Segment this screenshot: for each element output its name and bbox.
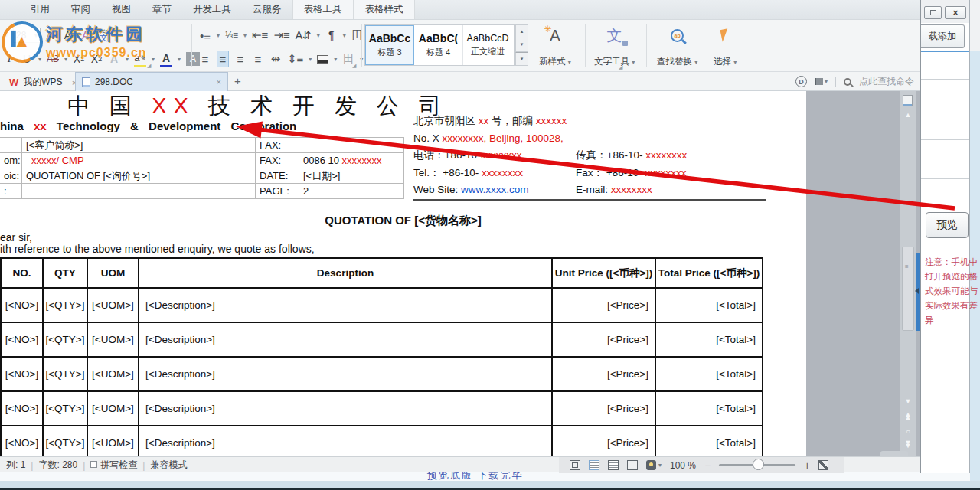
quotation-cell[interactable]: [<NO>] (1, 357, 43, 391)
flag-menu-button[interactable]: ▾ (815, 78, 828, 85)
page-view-icon[interactable] (589, 460, 599, 470)
zoom-slider-knob[interactable] (753, 459, 764, 470)
download-addon-button[interactable]: 载添加 (921, 24, 965, 48)
scroll-down-arrow[interactable]: ▼ (900, 397, 916, 405)
quotation-cell[interactable]: [<Total>] (655, 391, 763, 426)
tab-my-wps[interactable]: W 我的WPS × (3, 74, 83, 91)
font-color-button[interactable]: A (160, 51, 172, 67)
next-page-button[interactable]: ▼▼ (900, 440, 916, 449)
style-scroll-up-button[interactable]: ▴ (515, 24, 528, 38)
highlight-color-button[interactable]: a✎ (134, 51, 146, 67)
text-effects-caret[interactable]: ▾ (126, 56, 129, 63)
quotation-cell[interactable]: [<NO>] (1, 288, 43, 322)
quotation-cell[interactable]: [<QTY>] (43, 288, 87, 322)
quotation-cell[interactable]: [<Description>] (139, 357, 552, 391)
bullets-button[interactable]: •≡ (199, 27, 211, 44)
close-window-button[interactable]: × (945, 6, 966, 19)
font-color-caret[interactable]: ▾ (178, 56, 181, 63)
ribbon-tab-view[interactable]: 视图 (101, 0, 142, 19)
phonetic-caret[interactable]: ▾ (114, 32, 117, 39)
text-effects-button[interactable]: A (108, 51, 120, 67)
new-style-button[interactable]: ✳A 新样式 ▾ (536, 23, 574, 69)
strikethrough-button[interactable]: AB (47, 51, 59, 67)
ribbon-tab-references[interactable]: 引用 (20, 0, 60, 19)
full-screen-view-icon[interactable] (570, 460, 580, 470)
style-scroll-down-button[interactable]: ▾ (515, 38, 528, 51)
quotation-cell[interactable]: [<QTY>] (43, 391, 87, 426)
docer-icon[interactable]: D (795, 76, 807, 87)
quotation-cell[interactable]: [<Description>] (139, 391, 552, 426)
quotation-cell[interactable]: [<Total>] (655, 426, 763, 456)
spellcheck-toggle[interactable]: 拼写检查 (90, 459, 137, 472)
bullets-caret[interactable]: ▾ (217, 32, 220, 39)
align-right-button[interactable]: ≡ (234, 51, 247, 67)
quotation-cell[interactable]: [<NO>] (1, 391, 43, 426)
font-name-dropdown-caret[interactable]: ▾ (5, 32, 8, 39)
select-button[interactable]: 选择 ▾ (710, 23, 740, 69)
clear-format-button[interactable]: A◊ (81, 27, 93, 44)
quotation-cell[interactable]: [<NO>] (1, 426, 43, 456)
ribbon-tab-table-style[interactable]: 表格样式 (354, 0, 415, 19)
text-direction-caret[interactable]: ▾ (317, 32, 320, 39)
quotation-cell[interactable]: [<UOM>] (87, 426, 139, 456)
text-tools-button[interactable]: 文 文字工具 ▾ (591, 23, 638, 69)
style-item-heading3[interactable]: AaBbCc 标题 3 (365, 25, 414, 65)
select-browse-object-button[interactable]: ○ (900, 428, 916, 436)
zoom-level[interactable]: 100 % (670, 460, 696, 471)
zoom-slider[interactable] (719, 464, 795, 466)
paragraph-mark-caret[interactable]: ▾ (343, 32, 346, 39)
shading-caret[interactable]: ▾ (334, 56, 337, 63)
quotation-cell[interactable]: [<QTY>] (43, 322, 87, 357)
quotation-cell[interactable]: [<Description>] (139, 426, 552, 456)
quotation-cell[interactable]: [<Price>] (552, 288, 655, 322)
shading-bucket-button[interactable] (317, 55, 328, 64)
restore-window-button[interactable] (924, 6, 942, 19)
style-gallery-more-button[interactable]: ▾ (515, 52, 528, 66)
font-group-dialog-launcher[interactable]: ◢ (147, 63, 151, 69)
quotation-cell[interactable]: [<UOM>] (87, 357, 139, 391)
scrollbar-thumb[interactable]: ≡ (902, 247, 914, 331)
ribbon-tab-cloud[interactable]: 云服务 (242, 0, 292, 19)
underline-button[interactable]: U (21, 51, 33, 67)
scroll-up-arrow[interactable]: ▲ (900, 111, 916, 119)
character-shading-button[interactable]: A (186, 52, 200, 66)
numbering-caret[interactable]: ▾ (243, 32, 247, 39)
preview-button[interactable]: 预览 (926, 212, 969, 238)
quotation-cell[interactable]: [<QTY>] (43, 426, 87, 456)
close-tab-icon[interactable]: × (217, 77, 221, 87)
quotation-cell[interactable]: [<Description>] (139, 322, 552, 357)
decrease-indent-button[interactable]: ⇤≡ (252, 27, 268, 44)
quotation-cell[interactable]: [<Price>] (552, 391, 655, 426)
align-center-button[interactable]: ≡ (217, 51, 229, 67)
paragraph-group-dialog-launcher[interactable]: ◢ (352, 63, 356, 69)
highlight-caret[interactable]: ▾ (152, 56, 155, 63)
quotation-cell[interactable]: [<Total>] (655, 357, 763, 391)
quotation-cell[interactable]: [<Total>] (655, 322, 763, 357)
phonetic-guide-button[interactable]: wén文 (99, 28, 109, 42)
quotation-cell[interactable]: [<QTY>] (43, 357, 87, 391)
subscript-button[interactable]: X2 (90, 51, 103, 67)
superscript-button[interactable]: X2 (73, 51, 85, 67)
vertical-scrollbar[interactable]: ▲ ≡ ▼ ▲▲ ○ ▼▼ (900, 91, 916, 456)
ribbon-tab-developer[interactable]: 开发工具 (182, 0, 242, 19)
tab-document-298[interactable]: 298.DOC × (75, 72, 228, 91)
reading-lamp-button[interactable]: ▾ (646, 460, 662, 470)
zoom-in-button[interactable]: + (804, 462, 810, 469)
find-replace-button[interactable]: ab 查找替换 ▾ (654, 23, 701, 69)
font-size-input[interactable]: 28▾ (13, 28, 41, 43)
quotation-cell[interactable]: [<UOM>] (87, 322, 139, 357)
fit-page-button[interactable] (818, 460, 828, 470)
grow-font-button[interactable]: A+ (46, 27, 58, 44)
increase-indent-button[interactable]: ⇥≡ (273, 27, 289, 44)
zoom-out-button[interactable]: − (704, 462, 710, 469)
outline-view-icon[interactable] (608, 460, 619, 470)
quotation-cell[interactable]: [<Total>] (655, 288, 763, 322)
quotation-cell[interactable]: [<Price>] (552, 357, 655, 391)
style-item-heading4[interactable]: AaBbC( 标题 4 (414, 25, 463, 65)
command-search-input[interactable]: 点此查找命令 (859, 75, 914, 88)
ribbon-tab-review[interactable]: 审阅 (60, 0, 101, 19)
justify-button[interactable]: ≡ (252, 51, 264, 67)
style-item-body-indent[interactable]: AaBbCcD 正文缩进 (463, 25, 512, 65)
quotation-cell[interactable]: [<UOM>] (87, 391, 139, 426)
quotation-cell[interactable]: [<Description>] (139, 288, 552, 322)
